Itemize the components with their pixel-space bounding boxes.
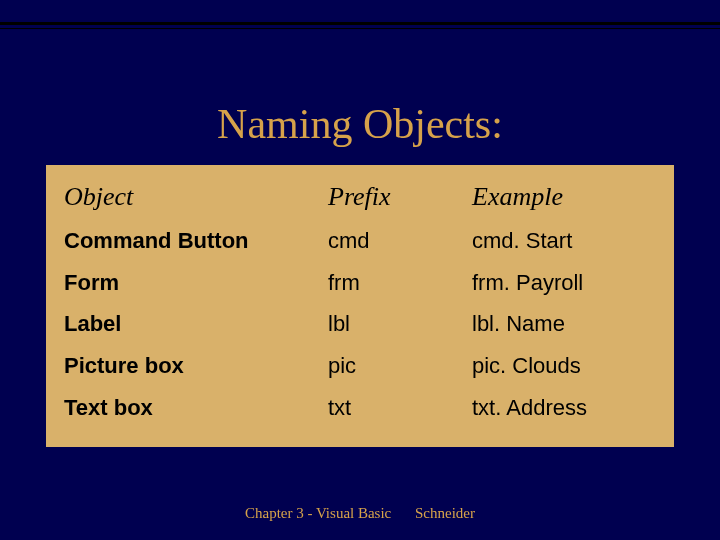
footer-right: Schneider	[415, 505, 475, 521]
cell-example: pic. Clouds	[468, 345, 660, 387]
slide-footer: Chapter 3 - Visual Basic Schneider	[0, 505, 720, 522]
decorative-rule	[0, 22, 720, 30]
cell-object: Text box	[60, 387, 324, 429]
cell-prefix: pic	[324, 345, 468, 387]
cell-object: Command Button	[60, 220, 324, 262]
table-row: Form frm frm. Payroll	[60, 262, 660, 304]
cell-example: txt. Address	[468, 387, 660, 429]
footer-left: Chapter 3 - Visual Basic	[245, 505, 391, 521]
cell-object: Form	[60, 262, 324, 304]
cell-prefix: frm	[324, 262, 468, 304]
header-example: Example	[468, 173, 660, 220]
cell-object: Label	[60, 303, 324, 345]
cell-example: lbl. Name	[468, 303, 660, 345]
cell-object: Picture box	[60, 345, 324, 387]
table-row: Command Button cmd cmd. Start	[60, 220, 660, 262]
cell-prefix: cmd	[324, 220, 468, 262]
header-object: Object	[60, 173, 324, 220]
table-row: Picture box pic pic. Clouds	[60, 345, 660, 387]
cell-example: cmd. Start	[468, 220, 660, 262]
cell-example: frm. Payroll	[468, 262, 660, 304]
cell-prefix: txt	[324, 387, 468, 429]
table-row: Text box txt txt. Address	[60, 387, 660, 429]
header-prefix: Prefix	[324, 173, 468, 220]
naming-table: Object Prefix Example Command Button cmd…	[60, 173, 660, 429]
cell-prefix: lbl	[324, 303, 468, 345]
table-row: Label lbl lbl. Name	[60, 303, 660, 345]
naming-table-container: Object Prefix Example Command Button cmd…	[46, 165, 674, 447]
slide-title: Naming Objects:	[0, 100, 720, 148]
table-header-row: Object Prefix Example	[60, 173, 660, 220]
